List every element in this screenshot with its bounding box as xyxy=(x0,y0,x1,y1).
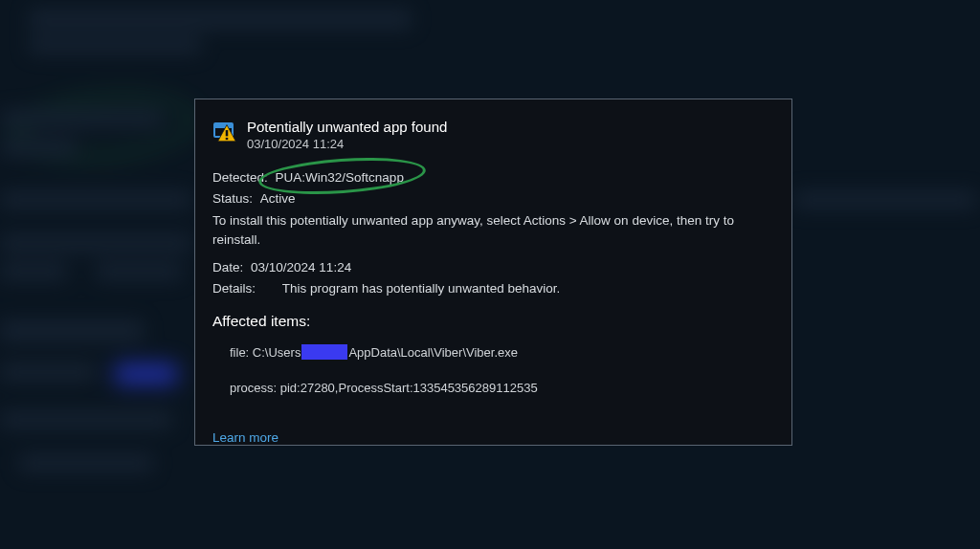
date-value: 03/10/2024 11:24 xyxy=(251,260,351,274)
date-row: Date: 03/10/2024 11:24 xyxy=(212,258,774,277)
affected-file: file: C:\UsersAppData\Local\Viber\Viber.… xyxy=(230,344,774,362)
detected-value: PUA:Win32/Softcnapp xyxy=(276,170,404,185)
svg-rect-2 xyxy=(226,130,229,136)
dialog-header: Potentially unwanted app found 03/10/202… xyxy=(212,119,774,151)
dialog-body: Detected: PUA:Win32/Softcnapp Status: Ac… xyxy=(212,168,774,447)
redacted-username xyxy=(301,344,347,360)
affected-heading: Affected items: xyxy=(212,311,774,332)
file-path-suffix: AppData\Local\Viber\Viber.exe xyxy=(348,345,518,360)
detected-row: Detected: PUA:Win32/Softcnapp xyxy=(212,168,404,187)
status-label: Status: xyxy=(212,191,253,206)
status-row: Status: Active xyxy=(212,189,774,209)
file-path-prefix: file: C:\Users xyxy=(230,345,301,360)
threat-detail-dialog: Potentially unwanted app found 03/10/202… xyxy=(194,99,792,446)
status-value: Active xyxy=(260,191,296,206)
dialog-title: Potentially unwanted app found xyxy=(247,119,447,135)
details-value: This program has potentially unwanted be… xyxy=(282,281,560,296)
shield-warning-icon xyxy=(212,121,235,142)
details-row: Details: This program has potentially un… xyxy=(212,279,774,298)
date-label: Date: xyxy=(212,260,243,274)
learn-more-link[interactable]: Learn more xyxy=(212,428,278,448)
svg-rect-3 xyxy=(226,138,229,140)
details-label: Details: xyxy=(212,281,256,296)
install-hint: To install this potentially unwanted app… xyxy=(212,211,774,249)
dialog-timestamp: 03/10/2024 11:24 xyxy=(247,137,447,151)
affected-process: process: pid:27280,ProcessStart:13354535… xyxy=(230,380,774,398)
detected-label: Detected: xyxy=(212,170,268,185)
